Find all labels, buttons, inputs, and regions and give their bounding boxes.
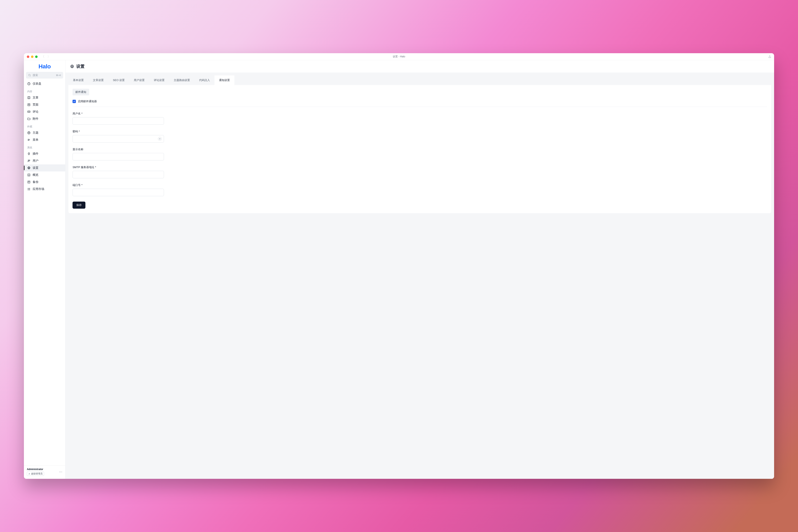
tab-basic[interactable]: 基本设置	[69, 75, 88, 85]
gear-icon	[27, 166, 31, 170]
more-menu-icon[interactable]: ⋯	[59, 470, 62, 474]
settings-card: 基本设置 文章设置 SEO 设置 用户设置 评论设置 主题路由设置 代码注入 通…	[69, 75, 771, 213]
smtp-input[interactable]	[75, 171, 162, 178]
sidebar-item-label: 仪表盘	[33, 82, 41, 86]
svg-point-5	[28, 112, 29, 112]
share-icon[interactable]	[768, 55, 771, 58]
main-content: 设置 基本设置 文章设置 SEO 设置 用户设置 评论设置 主题路由设置 代码注…	[65, 60, 774, 479]
smtp-label: SMTP 服务器地址 *	[73, 166, 164, 169]
maximize-traffic-light[interactable]	[35, 56, 38, 58]
close-traffic-light[interactable]	[27, 56, 29, 58]
sidebar-item-dashboard[interactable]: 仪表盘	[24, 80, 65, 87]
enable-email-label: 启用邮件通知器	[78, 99, 97, 103]
svg-point-12	[29, 160, 30, 160]
sidebar-item-settings[interactable]: 设置	[24, 164, 65, 171]
subtab-email[interactable]: 邮件通知	[73, 89, 89, 95]
window-title: 设置 - Halo	[24, 55, 774, 58]
tab-code-inject[interactable]: 代码注入	[194, 75, 214, 85]
titlebar: 〈 〉 设置 - Halo	[24, 53, 774, 60]
tab-user[interactable]: 用户设置	[129, 75, 149, 85]
enable-email-checkbox[interactable]	[73, 100, 76, 103]
menu-icon	[27, 138, 31, 141]
traffic-lights	[27, 56, 38, 58]
tab-comment[interactable]: 评论设置	[149, 75, 169, 85]
svg-point-18	[28, 190, 29, 190]
sidebar-item-menus[interactable]: 菜单	[24, 136, 65, 144]
plugin-icon	[27, 152, 31, 155]
theme-icon	[27, 131, 31, 134]
sidebar-item-store[interactable]: 应用市场	[24, 186, 65, 193]
sidebar-item-themes[interactable]: 主题	[24, 129, 65, 136]
folder-icon	[27, 117, 31, 120]
forward-nav-icon[interactable]: 〉	[48, 55, 51, 59]
users-icon	[27, 159, 31, 163]
field-username: 用户名 *	[73, 112, 164, 125]
sidebar-item-overview[interactable]: 概览	[24, 171, 65, 178]
sidebar-item-label: 备份	[33, 180, 38, 184]
browser-window: 〈 〉 设置 - Halo Halo 搜索 ⌘+K 仪表盘 内容 文	[24, 53, 774, 479]
minimize-traffic-light[interactable]	[31, 56, 34, 58]
comments-icon	[27, 110, 31, 113]
sidebar-item-pages[interactable]: 页面	[24, 101, 65, 108]
port-input[interactable]	[75, 189, 162, 196]
tab-post[interactable]: 文章设置	[88, 75, 108, 85]
page-title: 设置	[76, 63, 84, 69]
svg-point-19	[29, 190, 30, 190]
sidebar-item-label: 主题	[33, 131, 38, 135]
sidebar-item-label: 概览	[33, 173, 38, 177]
username-label: 用户名 *	[73, 112, 164, 116]
sidebar-group-appearance: 外观	[24, 122, 65, 129]
svg-point-17	[29, 188, 30, 189]
back-nav-icon[interactable]: 〈	[41, 55, 44, 59]
dashboard-icon	[27, 82, 31, 86]
display-name-input[interactable]	[75, 153, 162, 160]
svg-point-0	[29, 74, 30, 76]
gear-icon	[70, 64, 74, 69]
svg-point-8	[28, 132, 29, 133]
svg-point-11	[28, 160, 29, 160]
sidebar-item-plugins[interactable]: 插件	[24, 150, 65, 157]
sidebar-item-comments[interactable]: 评论	[24, 108, 65, 115]
tab-seo[interactable]: SEO 设置	[108, 75, 129, 85]
password-label: 密码 *	[73, 130, 164, 133]
field-smtp: SMTP 服务器地址 *	[73, 166, 164, 178]
current-user-role-badge: 超级管理员	[27, 472, 44, 476]
sidebar-item-label: 用户	[33, 159, 38, 163]
search-icon	[28, 74, 31, 77]
user-icon	[28, 473, 30, 475]
sidebar-item-label: 评论	[33, 110, 38, 114]
backup-icon	[27, 180, 31, 184]
svg-point-9	[29, 132, 30, 133]
sidebar-group-system: 系统	[24, 144, 65, 150]
tab-notification[interactable]: 通知设置	[214, 75, 234, 85]
search-input[interactable]: 搜索 ⌘+K	[26, 72, 63, 79]
divider	[73, 107, 767, 107]
password-input[interactable]	[75, 135, 158, 142]
settings-tabs: 基本设置 文章设置 SEO 设置 用户设置 评论设置 主题路由设置 代码注入 通…	[69, 75, 771, 85]
sidebar-item-label: 插件	[33, 152, 38, 156]
sidebar-item-backup[interactable]: 备份	[24, 178, 65, 186]
nav-arrows: 〈 〉	[41, 55, 51, 59]
save-button[interactable]: 保存	[73, 202, 86, 209]
username-input[interactable]	[75, 117, 162, 125]
enable-email-checkbox-row: 启用邮件通知器	[73, 99, 767, 103]
field-password: 密码 *	[73, 130, 164, 142]
sidebar: Halo 搜索 ⌘+K 仪表盘 内容 文章 页面 评论	[24, 60, 65, 479]
search-shortcut: ⌘+K	[56, 74, 61, 77]
search-placeholder: 搜索	[33, 73, 54, 77]
svg-point-6	[29, 112, 30, 112]
sidebar-item-attachments[interactable]: 附件	[24, 115, 65, 122]
sidebar-item-posts[interactable]: 文章	[24, 94, 65, 101]
sidebar-item-label: 设置	[33, 166, 38, 170]
tab-theme-route[interactable]: 主题路由设置	[169, 75, 194, 85]
sidebar-footer: Administrator 超级管理员 ⋯	[24, 466, 65, 479]
sidebar-item-label: 页面	[33, 103, 38, 107]
reveal-password-icon[interactable]	[158, 137, 162, 141]
sidebar-item-users[interactable]: 用户	[24, 157, 65, 164]
svg-point-22	[159, 139, 160, 139]
overview-icon	[27, 173, 31, 177]
svg-point-21	[72, 66, 73, 67]
svg-point-7	[27, 132, 30, 134]
svg-point-13	[28, 168, 29, 168]
display-name-label: 显示名称	[73, 148, 164, 151]
